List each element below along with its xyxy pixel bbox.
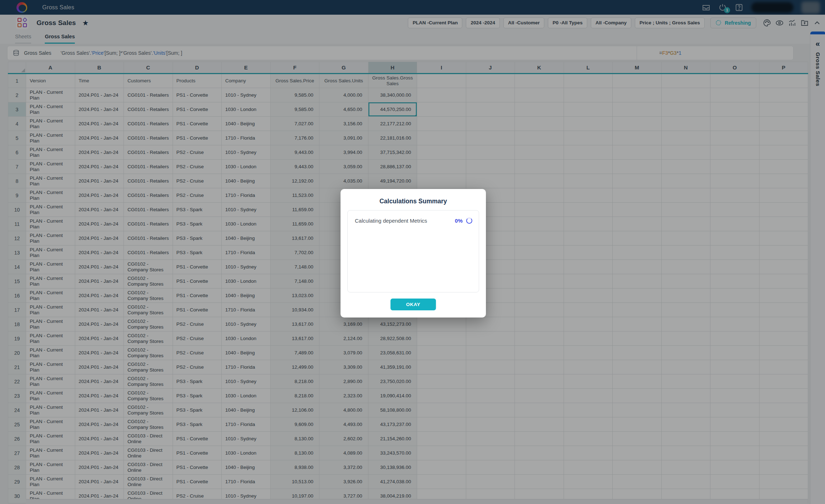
- calculation-task-panel: Calculating dependent Metrics0%: [347, 210, 479, 292]
- task-progress: 0%: [455, 218, 463, 224]
- modal-title: Calculations Summary: [341, 189, 486, 205]
- calculations-summary-modal: Calculations Summary Calculating depende…: [341, 189, 486, 318]
- calculation-task-row: Calculating dependent Metrics0%: [348, 210, 479, 224]
- okay-button[interactable]: OKAY: [391, 299, 436, 310]
- task-spinner-icon: [466, 218, 472, 224]
- task-label: Calculating dependent Metrics: [355, 218, 427, 224]
